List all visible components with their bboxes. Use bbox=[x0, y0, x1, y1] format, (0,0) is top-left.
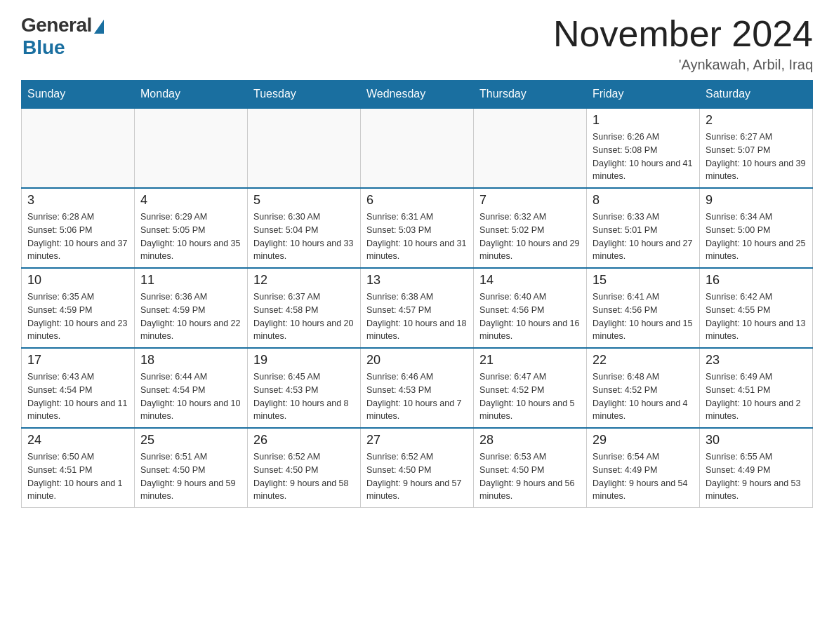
day-info: Sunrise: 6:28 AMSunset: 5:06 PMDaylight:… bbox=[27, 210, 128, 263]
day-info: Sunrise: 6:26 AMSunset: 5:08 PMDaylight:… bbox=[593, 130, 694, 183]
location-subtitle: 'Aynkawah, Arbil, Iraq bbox=[553, 57, 813, 73]
day-info: Sunrise: 6:54 AMSunset: 4:49 PMDaylight:… bbox=[593, 450, 694, 503]
day-number: 9 bbox=[706, 193, 807, 208]
day-info: Sunrise: 6:52 AMSunset: 4:50 PMDaylight:… bbox=[366, 450, 468, 503]
day-number: 3 bbox=[27, 193, 128, 208]
calendar-header-saturday: Saturday bbox=[700, 81, 813, 109]
calendar-cell: 23Sunrise: 6:49 AMSunset: 4:51 PMDayligh… bbox=[700, 348, 813, 428]
calendar-cell: 3Sunrise: 6:28 AMSunset: 5:06 PMDaylight… bbox=[22, 188, 135, 268]
calendar-cell: 19Sunrise: 6:45 AMSunset: 4:53 PMDayligh… bbox=[248, 348, 361, 428]
day-number: 29 bbox=[593, 433, 694, 448]
calendar-cell: 22Sunrise: 6:48 AMSunset: 4:52 PMDayligh… bbox=[587, 348, 700, 428]
day-number: 26 bbox=[253, 433, 355, 448]
day-info: Sunrise: 6:37 AMSunset: 4:58 PMDaylight:… bbox=[253, 290, 355, 343]
calendar-cell: 15Sunrise: 6:41 AMSunset: 4:56 PMDayligh… bbox=[587, 268, 700, 348]
calendar-cell: 8Sunrise: 6:33 AMSunset: 5:01 PMDaylight… bbox=[587, 188, 700, 268]
calendar-table: SundayMondayTuesdayWednesdayThursdayFrid… bbox=[21, 80, 813, 508]
day-number: 19 bbox=[253, 353, 355, 368]
calendar-cell: 13Sunrise: 6:38 AMSunset: 4:57 PMDayligh… bbox=[361, 268, 474, 348]
day-number: 15 bbox=[593, 273, 694, 288]
day-info: Sunrise: 6:53 AMSunset: 4:50 PMDaylight:… bbox=[479, 450, 581, 503]
day-info: Sunrise: 6:33 AMSunset: 5:01 PMDaylight:… bbox=[593, 210, 694, 263]
calendar-cell: 26Sunrise: 6:52 AMSunset: 4:50 PMDayligh… bbox=[248, 428, 361, 508]
day-number: 7 bbox=[479, 193, 581, 208]
day-number: 30 bbox=[706, 433, 807, 448]
page-header: General Blue November 2024 'Aynkawah, Ar… bbox=[21, 14, 813, 73]
day-number: 16 bbox=[706, 273, 807, 288]
calendar-cell: 24Sunrise: 6:50 AMSunset: 4:51 PMDayligh… bbox=[22, 428, 135, 508]
calendar-cell: 7Sunrise: 6:32 AMSunset: 5:02 PMDaylight… bbox=[474, 188, 587, 268]
day-number: 1 bbox=[593, 113, 694, 128]
calendar-cell: 27Sunrise: 6:52 AMSunset: 4:50 PMDayligh… bbox=[361, 428, 474, 508]
calendar-cell bbox=[22, 108, 135, 188]
calendar-cell: 12Sunrise: 6:37 AMSunset: 4:58 PMDayligh… bbox=[248, 268, 361, 348]
calendar-cell: 21Sunrise: 6:47 AMSunset: 4:52 PMDayligh… bbox=[474, 348, 587, 428]
day-number: 28 bbox=[479, 433, 581, 448]
day-info: Sunrise: 6:49 AMSunset: 4:51 PMDaylight:… bbox=[706, 370, 807, 423]
calendar-week-row: 10Sunrise: 6:35 AMSunset: 4:59 PMDayligh… bbox=[22, 268, 813, 348]
day-info: Sunrise: 6:55 AMSunset: 4:49 PMDaylight:… bbox=[706, 450, 807, 503]
day-number: 23 bbox=[706, 353, 807, 368]
day-info: Sunrise: 6:27 AMSunset: 5:07 PMDaylight:… bbox=[706, 130, 807, 183]
day-number: 13 bbox=[366, 273, 468, 288]
day-info: Sunrise: 6:34 AMSunset: 5:00 PMDaylight:… bbox=[706, 210, 807, 263]
day-number: 5 bbox=[253, 193, 355, 208]
calendar-cell: 11Sunrise: 6:36 AMSunset: 4:59 PMDayligh… bbox=[135, 268, 248, 348]
day-info: Sunrise: 6:44 AMSunset: 4:54 PMDaylight:… bbox=[140, 370, 241, 423]
day-info: Sunrise: 6:48 AMSunset: 4:52 PMDaylight:… bbox=[593, 370, 694, 423]
logo-blue-text: Blue bbox=[22, 36, 65, 59]
day-number: 2 bbox=[706, 113, 807, 128]
day-number: 12 bbox=[253, 273, 355, 288]
calendar-cell bbox=[361, 108, 474, 188]
logo-triangle-icon bbox=[94, 20, 104, 34]
calendar-cell bbox=[135, 108, 248, 188]
calendar-cell: 5Sunrise: 6:30 AMSunset: 5:04 PMDaylight… bbox=[248, 188, 361, 268]
day-info: Sunrise: 6:40 AMSunset: 4:56 PMDaylight:… bbox=[479, 290, 581, 343]
day-info: Sunrise: 6:30 AMSunset: 5:04 PMDaylight:… bbox=[253, 210, 355, 263]
calendar-cell: 16Sunrise: 6:42 AMSunset: 4:55 PMDayligh… bbox=[700, 268, 813, 348]
calendar-cell: 4Sunrise: 6:29 AMSunset: 5:05 PMDaylight… bbox=[135, 188, 248, 268]
calendar-week-row: 24Sunrise: 6:50 AMSunset: 4:51 PMDayligh… bbox=[22, 428, 813, 508]
day-info: Sunrise: 6:50 AMSunset: 4:51 PMDaylight:… bbox=[27, 450, 128, 503]
calendar-cell: 9Sunrise: 6:34 AMSunset: 5:00 PMDaylight… bbox=[700, 188, 813, 268]
day-info: Sunrise: 6:29 AMSunset: 5:05 PMDaylight:… bbox=[140, 210, 241, 263]
day-info: Sunrise: 6:43 AMSunset: 4:54 PMDaylight:… bbox=[27, 370, 128, 423]
day-info: Sunrise: 6:45 AMSunset: 4:53 PMDaylight:… bbox=[253, 370, 355, 423]
day-info: Sunrise: 6:52 AMSunset: 4:50 PMDaylight:… bbox=[253, 450, 355, 503]
month-title: November 2024 bbox=[553, 14, 813, 54]
day-number: 20 bbox=[366, 353, 468, 368]
day-info: Sunrise: 6:31 AMSunset: 5:03 PMDaylight:… bbox=[366, 210, 468, 263]
day-number: 27 bbox=[366, 433, 468, 448]
day-number: 11 bbox=[140, 273, 241, 288]
day-number: 8 bbox=[593, 193, 694, 208]
calendar-cell: 20Sunrise: 6:46 AMSunset: 4:53 PMDayligh… bbox=[361, 348, 474, 428]
calendar-cell: 6Sunrise: 6:31 AMSunset: 5:03 PMDaylight… bbox=[361, 188, 474, 268]
calendar-header-thursday: Thursday bbox=[474, 81, 587, 109]
calendar-cell: 10Sunrise: 6:35 AMSunset: 4:59 PMDayligh… bbox=[22, 268, 135, 348]
day-info: Sunrise: 6:51 AMSunset: 4:50 PMDaylight:… bbox=[140, 450, 241, 503]
calendar-cell: 14Sunrise: 6:40 AMSunset: 4:56 PMDayligh… bbox=[474, 268, 587, 348]
day-info: Sunrise: 6:32 AMSunset: 5:02 PMDaylight:… bbox=[479, 210, 581, 263]
calendar-week-row: 17Sunrise: 6:43 AMSunset: 4:54 PMDayligh… bbox=[22, 348, 813, 428]
calendar-cell: 2Sunrise: 6:27 AMSunset: 5:07 PMDaylight… bbox=[700, 108, 813, 188]
day-info: Sunrise: 6:47 AMSunset: 4:52 PMDaylight:… bbox=[479, 370, 581, 423]
logo-general-text: General bbox=[21, 14, 92, 36]
day-number: 4 bbox=[140, 193, 241, 208]
calendar-header-tuesday: Tuesday bbox=[248, 81, 361, 109]
calendar-cell: 30Sunrise: 6:55 AMSunset: 4:49 PMDayligh… bbox=[700, 428, 813, 508]
calendar-week-row: 3Sunrise: 6:28 AMSunset: 5:06 PMDaylight… bbox=[22, 188, 813, 268]
day-number: 24 bbox=[27, 433, 128, 448]
logo: General Blue bbox=[21, 14, 104, 59]
calendar-header-friday: Friday bbox=[587, 81, 700, 109]
day-info: Sunrise: 6:36 AMSunset: 4:59 PMDaylight:… bbox=[140, 290, 241, 343]
day-number: 21 bbox=[479, 353, 581, 368]
calendar-header-wednesday: Wednesday bbox=[361, 81, 474, 109]
calendar-header-monday: Monday bbox=[135, 81, 248, 109]
day-info: Sunrise: 6:46 AMSunset: 4:53 PMDaylight:… bbox=[366, 370, 468, 423]
day-number: 10 bbox=[27, 273, 128, 288]
day-number: 22 bbox=[593, 353, 694, 368]
day-info: Sunrise: 6:38 AMSunset: 4:57 PMDaylight:… bbox=[366, 290, 468, 343]
day-info: Sunrise: 6:42 AMSunset: 4:55 PMDaylight:… bbox=[706, 290, 807, 343]
calendar-cell: 25Sunrise: 6:51 AMSunset: 4:50 PMDayligh… bbox=[135, 428, 248, 508]
title-section: November 2024 'Aynkawah, Arbil, Iraq bbox=[553, 14, 813, 73]
